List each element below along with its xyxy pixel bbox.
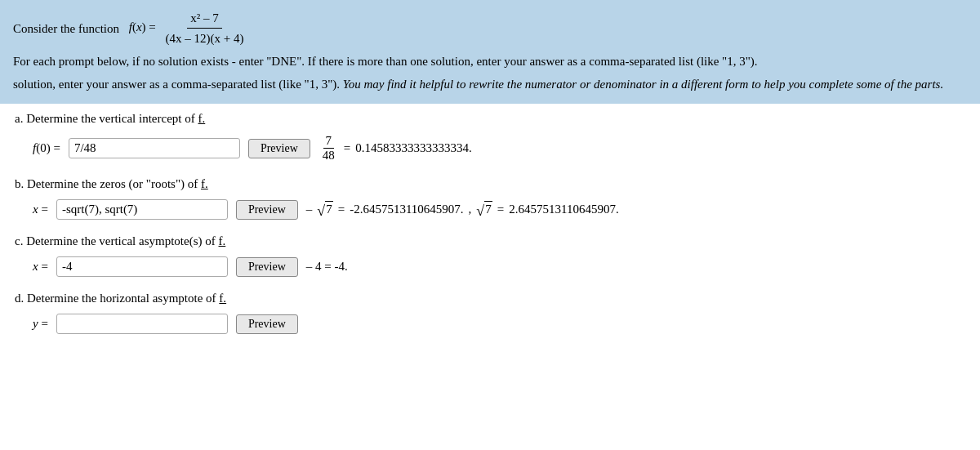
section-c-input[interactable] (56, 256, 228, 277)
section-c-label: x = (33, 260, 48, 274)
sqrt-overline-1: 7 (325, 201, 333, 218)
section-d-label: y = (33, 317, 48, 331)
sqrt-overline-2: 7 (484, 201, 492, 218)
section-c-preview-btn[interactable]: Preview (236, 257, 298, 277)
result-b-eq1: = (338, 203, 345, 216)
result-b-sqrt1: √ 7 (317, 201, 332, 218)
section-d-title: d. Determine the horizontal asymptote of… (13, 292, 967, 305)
section-c-prefix: c. Determine the vertical asymptote(s) o… (15, 234, 216, 247)
section-b: b. Determine the zeros (or "roots") of f… (13, 177, 967, 220)
radical-sign-1: √ (317, 203, 325, 218)
section-a-preview-btn[interactable]: Preview (248, 139, 310, 158)
section-d-suffix: f. (219, 292, 226, 305)
section-a-fraction: 7 48 (320, 134, 337, 163)
section-d-row: y = Preview (13, 314, 967, 334)
section-b-result: – √ 7 = -2.6457513110645907. , √ 7 = 2.6… (306, 201, 619, 218)
section-c-title: c. Determine the vertical asymptote(s) o… (13, 234, 967, 248)
section-c-suffix: f. (219, 234, 226, 247)
section-a-suffix: f. (198, 112, 205, 125)
result-b-val2: 2.6457513110645907. (509, 203, 618, 216)
section-a-title: a. Determine the vertical intercept of f… (13, 112, 967, 126)
content-area: a. Determine the vertical intercept of f… (0, 104, 980, 362)
result-b-sqrt2: √ 7 (476, 201, 492, 218)
section-b-suffix: f. (201, 177, 208, 190)
section-a-prefix: a. Determine the vertical intercept of (15, 112, 195, 125)
function-line: Consider the function f(x) = x² – 7 (4x … (13, 8, 967, 71)
result-a-numerator: 7 (323, 134, 335, 149)
section-d-preview-btn[interactable]: Preview (236, 314, 298, 334)
section-a-label: f(0) = (33, 141, 60, 155)
section-d-input[interactable] (56, 314, 228, 334)
section-b-row: x = Preview – √ 7 = -2.6457513110645907.… (13, 199, 967, 220)
section-b-label: x = (33, 203, 48, 216)
note-static: solution, enter your answer as a comma-s… (13, 78, 343, 91)
section-a: a. Determine the vertical intercept of f… (13, 112, 967, 163)
prompt-text: For each prompt below, if no solution ex… (13, 51, 758, 71)
main-fraction: x² – 7 (4x – 12)(x + 4) (163, 8, 247, 48)
intro-text: Consider the function (13, 19, 119, 38)
result-a-equals: = (344, 141, 350, 155)
section-c: c. Determine the vertical asymptote(s) o… (13, 234, 967, 277)
section-b-preview-btn[interactable]: Preview (236, 200, 298, 220)
function-lhs: f(x) = (129, 20, 156, 33)
section-a-input[interactable] (69, 138, 240, 158)
result-b-eq2: = (497, 203, 504, 216)
hint-text: You may find it helpful to rewrite the n… (343, 78, 943, 91)
section-b-title: b. Determine the zeros (or "roots") of f… (13, 177, 967, 191)
result-a-denominator: 48 (320, 149, 337, 163)
section-a-row: f(0) = Preview 7 48 = 0.1458333333333333… (13, 134, 967, 163)
header-bar: Consider the function f(x) = x² – 7 (4x … (0, 0, 980, 104)
result-a-decimal: 0.14583333333333334. (355, 141, 472, 155)
section-d-prefix: d. Determine the horizontal asymptote of (15, 292, 216, 305)
function-notation: f(x) = x² – 7 (4x – 12)(x + 4) (129, 8, 251, 48)
fraction-numerator: x² – 7 (187, 8, 222, 29)
section-d: d. Determine the horizontal asymptote of… (13, 292, 967, 334)
section-b-input[interactable] (56, 199, 228, 220)
note-line: solution, enter your answer as a comma-s… (13, 74, 967, 94)
fraction-denominator: (4x – 12)(x + 4) (163, 29, 247, 48)
section-c-result: – 4 = -4. (306, 260, 348, 274)
radical-sign-2: √ (476, 203, 484, 218)
section-c-row: x = Preview – 4 = -4. (13, 256, 967, 277)
result-b-comma: , (469, 203, 472, 216)
result-b-neg: – (306, 203, 313, 216)
result-b-val1: -2.6457513110645907. (350, 203, 463, 216)
section-a-result: 7 48 = 0.14583333333333334. (318, 134, 472, 163)
section-b-prefix: b. Determine the zeros (or "roots") of (15, 177, 198, 190)
result-c-text: – 4 = -4. (306, 260, 348, 274)
